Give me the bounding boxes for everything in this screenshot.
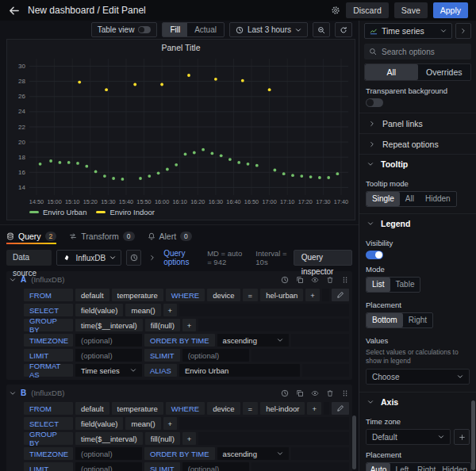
select-field[interactable]: field(value) [75, 304, 123, 316]
timeseries-chart[interactable]: 14161820222426283014:5015:0015:1015:2015… [10, 55, 353, 207]
orderby-select[interactable]: ascending [217, 334, 289, 347]
query-scrollbar[interactable] [352, 415, 356, 469]
edit-query-button[interactable] [332, 289, 349, 301]
dashboard-settings-icon[interactable] [331, 6, 340, 15]
edit-query-button[interactable] [332, 402, 349, 415]
tooltip-mode-single[interactable]: Single [367, 192, 400, 206]
collapse-chevron-icon[interactable] [10, 277, 16, 283]
legend-item[interactable]: Enviro Indoor [96, 208, 155, 216]
visualization-select[interactable]: Time series [364, 23, 452, 39]
query-options-toggle[interactable]: Query options [163, 249, 199, 266]
query-history-icon[interactable] [281, 276, 289, 284]
where-value[interactable]: hel-urban [260, 289, 303, 301]
axis-placement-right[interactable]: Right [414, 463, 439, 471]
collapse-pane-button[interactable] [455, 23, 471, 39]
legend-placement-right[interactable]: Right [403, 313, 432, 327]
tab-transform[interactable]: Transform 0 [69, 228, 134, 244]
orderby-select[interactable]: ascending [217, 447, 289, 460]
transparent-background-toggle[interactable] [366, 98, 383, 107]
query-inspector-button[interactable]: Query inspector [294, 250, 352, 266]
add-groupby-button[interactable]: + [182, 319, 197, 331]
tab-all[interactable]: All [365, 64, 418, 80]
refresh-button[interactable] [335, 22, 352, 37]
sidebar-scrollbar[interactable] [471, 400, 475, 470]
duplicate-query-icon[interactable] [296, 276, 304, 284]
from-measurement[interactable]: temperature [112, 402, 163, 415]
actual-button[interactable]: Actual [187, 23, 224, 36]
query-history-button[interactable] [126, 250, 141, 266]
axis-placement-hidden[interactable]: Hidden [439, 463, 470, 471]
table-view-switch[interactable] [138, 26, 151, 33]
add-select-button[interactable]: + [163, 304, 178, 316]
axis-placement-left[interactable]: Left [390, 463, 414, 471]
where-value[interactable]: hel-indoor [260, 402, 305, 415]
duplicate-query-icon[interactable] [296, 389, 304, 397]
from-measurement[interactable]: temperature [112, 289, 163, 301]
axis-placement-auto[interactable]: Auto [367, 463, 390, 471]
collapse-chevron-icon[interactable] [10, 390, 16, 396]
delete-query-icon[interactable] [326, 276, 334, 284]
where-operator[interactable]: = [243, 402, 259, 415]
tab-overrides[interactable]: Overrides [418, 64, 471, 80]
add-tag-button[interactable]: + [307, 402, 321, 415]
add-select-button[interactable]: + [163, 417, 178, 430]
query-ref[interactable]: B [21, 389, 26, 397]
limit-input[interactable] [75, 462, 142, 471]
tooltip-mode-all[interactable]: All [400, 192, 420, 206]
where-operator[interactable]: = [243, 289, 259, 301]
axis-timezone-select[interactable]: Default [366, 429, 451, 445]
options-search-input[interactable] [382, 48, 466, 56]
select-fn[interactable]: mean() [125, 304, 160, 316]
legend-mode-list[interactable]: List [367, 278, 390, 292]
tab-alert[interactable]: Alert 0 [148, 228, 192, 244]
slimit-input[interactable] [182, 349, 249, 362]
apply-button[interactable]: Apply [433, 2, 468, 18]
repeat-options-section[interactable]: Repeat options [359, 133, 476, 154]
panel-title[interactable]: Panel Title [10, 42, 351, 55]
legend-visibility-toggle[interactable] [366, 251, 383, 259]
groupby-fill[interactable]: fill(null) [145, 432, 180, 445]
time-range-picker[interactable]: Last 3 hours [229, 22, 308, 37]
delete-query-icon[interactable] [326, 389, 334, 397]
where-key[interactable]: device [207, 289, 240, 301]
zoom-out-button[interactable] [313, 22, 330, 37]
groupby-time[interactable]: time($__interval) [75, 432, 143, 445]
alias-input[interactable] [179, 364, 300, 377]
tab-query[interactable]: Query 2 [6, 228, 56, 244]
add-timezone-button[interactable] [454, 429, 470, 445]
legend-item[interactable]: Enviro Urban [29, 208, 86, 216]
select-field[interactable]: field(value) [75, 417, 123, 430]
timezone-input[interactable] [75, 447, 142, 460]
tooltip-section-header[interactable]: Tooltip [359, 155, 476, 174]
hide-query-icon[interactable] [311, 389, 319, 397]
legend-section-header[interactable]: Legend [359, 214, 476, 233]
drag-handle-icon[interactable] [341, 276, 349, 284]
add-groupby-button[interactable]: + [182, 432, 197, 445]
options-search[interactable] [364, 44, 471, 59]
select-fn[interactable]: mean() [125, 417, 160, 430]
query-ref[interactable]: A [21, 275, 26, 284]
slimit-input[interactable] [182, 462, 249, 471]
drag-handle-icon[interactable] [341, 389, 349, 397]
from-bucket[interactable]: default [75, 289, 109, 301]
timezone-input[interactable] [75, 334, 142, 347]
discard-button[interactable]: Discard [346, 2, 389, 18]
panel-links-section[interactable]: Panel links [359, 113, 476, 133]
chevron-right-icon[interactable] [149, 255, 155, 261]
groupby-time[interactable]: time($__interval) [75, 319, 143, 331]
fill-button[interactable]: Fill [163, 23, 187, 36]
save-button[interactable]: Save [394, 2, 428, 18]
formatas-select[interactable]: Time series [75, 364, 142, 377]
legend-values-select[interactable]: Choose [366, 369, 470, 385]
query-history-icon[interactable] [281, 389, 289, 397]
groupby-fill[interactable]: fill(null) [145, 319, 180, 331]
legend-mode-table[interactable]: Table [390, 278, 420, 292]
hide-query-icon[interactable] [311, 276, 319, 284]
datasource-select[interactable]: InfluxDB [56, 250, 121, 266]
tooltip-mode-hidden[interactable]: Hidden [420, 192, 456, 206]
axis-section-header[interactable]: Axis [359, 392, 476, 412]
from-bucket[interactable]: default [75, 402, 109, 415]
back-button[interactable] [8, 5, 20, 17]
add-tag-button[interactable]: + [305, 289, 320, 301]
where-key[interactable]: device [207, 402, 240, 415]
